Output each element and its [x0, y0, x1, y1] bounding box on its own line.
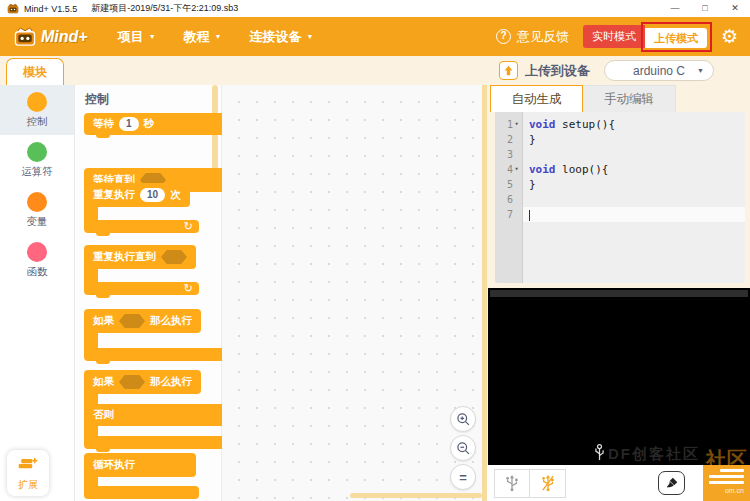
settings-gear-icon[interactable]: ⚙ — [721, 27, 738, 46]
variables-color-dot-icon — [27, 192, 47, 212]
category-variables[interactable]: 变量 — [0, 185, 74, 235]
control-color-dot-icon — [27, 92, 47, 112]
usb-icon — [504, 473, 520, 493]
question-icon: ? — [496, 29, 511, 44]
app-icon — [7, 3, 19, 14]
block-forever[interactable]: 循环执行 — [84, 453, 199, 499]
code-line: 2 } — [495, 132, 745, 147]
zoom-out-icon — [456, 441, 471, 456]
usb-plug-icon — [594, 443, 605, 465]
usb-disconnected-icon — [540, 473, 556, 493]
watermark-text: DF创客社区 — [608, 445, 700, 464]
block-palette: 控制 等待 1 秒 等待直到 重复执行 10 次 ↻ 重复执行直到 — [76, 85, 222, 501]
zoom-in-icon — [456, 412, 471, 427]
category-operators[interactable]: 运算符 — [0, 135, 74, 185]
extension-button[interactable]: 扩展 — [7, 450, 49, 496]
mindplus-logo: Mind+ — [12, 26, 88, 47]
realtime-mode-button[interactable]: 实时模式 — [583, 25, 645, 48]
operators-color-dot-icon — [27, 142, 47, 162]
workspace-canvas[interactable]: = — [222, 85, 487, 501]
boolean-input[interactable] — [119, 314, 145, 328]
usb-disconnected-button[interactable] — [530, 469, 566, 498]
robot-icon — [12, 26, 38, 47]
close-button[interactable]: ✕ — [720, 0, 750, 17]
code-line: 5 } — [495, 177, 745, 192]
chevron-down-icon: ▼ — [149, 33, 156, 40]
boolean-input[interactable] — [119, 375, 145, 389]
mindplus-window: Mind+ V1.5.5 新建项目-2019/5/31-下午2:21:09.sb… — [0, 0, 750, 501]
number-input[interactable]: 10 — [140, 188, 165, 202]
maximize-button[interactable]: □ — [690, 0, 720, 17]
feedback-label: 意见反馈 — [517, 28, 569, 46]
app-title: Mind+ V1.5.5 — [24, 4, 77, 14]
main-toolbar: Mind+ 项目 ▼ 教程 ▼ 连接设备 ▼ ? 意见反馈 实时模式 — [0, 17, 750, 56]
device-select[interactable]: arduino C ▼ — [604, 60, 714, 81]
number-input[interactable]: 1 — [119, 117, 139, 131]
watermark-logo-text: om.cn — [709, 487, 744, 494]
menu-tutorial[interactable]: 教程 ▼ — [184, 28, 222, 46]
feedback-button[interactable]: ? 意见反馈 — [496, 28, 569, 46]
block-if-else[interactable]: 如果 那么执行 否则 — [84, 370, 229, 449]
titlebar: Mind+ V1.5.5 新建项目-2019/5/31-下午2:21:09.sb… — [0, 0, 750, 17]
logo-text: Mind+ — [41, 28, 88, 46]
usb-connected-button[interactable] — [494, 469, 530, 498]
fold-caret-icon[interactable]: ▾ — [513, 162, 520, 177]
brush-icon — [665, 476, 679, 490]
boolean-input[interactable] — [161, 250, 187, 264]
menu-connect-device[interactable]: 连接设备 ▼ — [250, 28, 314, 46]
text-cursor — [529, 210, 530, 221]
category-sidebar: 控制 运算符 变量 函数 扩展 — [0, 85, 75, 501]
upload-arrow-icon — [499, 61, 518, 80]
chevron-down-icon: ▼ — [307, 33, 314, 40]
document-title: 新建项目-2019/5/31-下午2:21:09.sb3 — [91, 2, 238, 15]
menu-project[interactable]: 项目 ▼ — [118, 28, 156, 46]
functions-color-dot-icon — [27, 242, 47, 262]
upload-to-device-button[interactable]: 上传到设备 — [499, 61, 590, 80]
palette-header: 控制 — [85, 91, 109, 108]
code-editor[interactable]: 1▾ void setup(){ 2 } 3 4▾ void loop(){ 5 — [495, 112, 745, 283]
code-panel: 上传到设备 arduino C ▼ 自动生成 手动编辑 1▾ void setu… — [487, 56, 750, 501]
block-if-then[interactable]: 如果 那么执行 — [84, 309, 229, 361]
block-repeat[interactable]: 重复执行 10 次 ↻ — [84, 183, 199, 233]
code-line: 4▾ void loop(){ — [495, 162, 745, 177]
canvas-horizontal-scrollbar[interactable] — [350, 493, 482, 498]
category-control[interactable]: 控制 — [0, 85, 74, 135]
category-functions[interactable]: 函数 — [0, 235, 74, 285]
clear-serial-button[interactable] — [658, 471, 685, 495]
loop-arrow-icon: ↻ — [184, 220, 193, 233]
serial-monitor[interactable]: DF创客社区 社区 — [488, 288, 750, 465]
mode-toggle: 实时模式 上传模式 — [583, 25, 707, 48]
block-repeat-until[interactable]: 重复执行直到 ↻ — [84, 245, 199, 295]
block-wait[interactable]: 等待 1 秒 — [84, 113, 229, 135]
tab-auto-generate[interactable]: 自动生成 — [490, 85, 583, 112]
code-line: 1▾ void setup(){ — [495, 117, 745, 132]
zoom-reset-button[interactable]: = — [450, 464, 476, 490]
serial-monitor-scrollbar[interactable] — [490, 290, 748, 297]
tab-manual-edit[interactable]: 手动编辑 — [583, 85, 676, 112]
chevron-down-icon: ▼ — [697, 67, 704, 74]
code-line-active: 7 — [495, 207, 745, 222]
upload-mode-button[interactable]: 上传模式 — [645, 28, 707, 48]
zoom-in-button[interactable] — [450, 406, 476, 432]
modules-tab[interactable]: 模块 — [6, 58, 64, 85]
zoom-out-button[interactable] — [450, 435, 476, 461]
code-line: 3 — [495, 147, 745, 162]
code-line: 6 — [495, 192, 745, 207]
watermark-logo: om.cn — [703, 465, 750, 501]
chevron-down-icon: ▼ — [215, 33, 222, 40]
fold-caret-icon[interactable]: ▾ — [513, 117, 520, 132]
extension-blocks-icon — [17, 456, 39, 472]
minimize-button[interactable]: — — [660, 0, 690, 17]
loop-arrow-icon: ↻ — [184, 282, 193, 295]
